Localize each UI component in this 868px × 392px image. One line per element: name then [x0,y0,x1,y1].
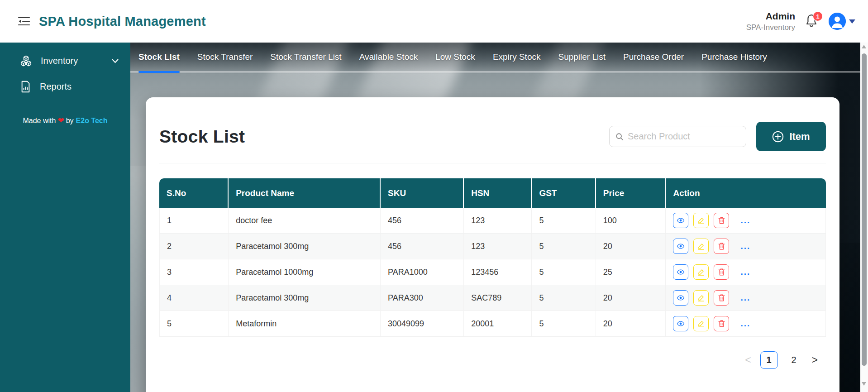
cell-actions: ... [666,208,826,234]
trash-icon [718,268,725,276]
trash-icon [718,242,725,250]
scrollbar-up-arrow-icon[interactable] [862,45,866,48]
column-header-price: Price [596,178,666,208]
cell-product-name: Paracetamol 1000mg [229,259,381,285]
cell-sno: 3 [159,259,229,285]
cell-actions: ... [666,259,826,285]
sidebar-item-label: Reports [40,81,72,92]
cell-price: 100 [596,208,666,234]
pencil-icon [697,320,705,328]
cell-gst: 5 [532,234,596,259]
pagination-prev-button[interactable]: < [743,355,753,365]
cell-price: 20 [596,311,666,337]
delete-button[interactable] [714,316,729,331]
menu-fold-icon[interactable] [18,16,30,26]
tab-stock-transfer-list[interactable]: Stock Transfer List [270,43,341,72]
delete-button[interactable] [714,213,729,228]
edit-button[interactable] [693,316,709,331]
sidebar-footer: Made with❤byE2o Tech [0,116,130,125]
cubes-icon [20,55,32,67]
add-item-button[interactable]: Item [756,122,826,151]
cell-sku: PARA300 [381,285,464,311]
eye-icon [677,320,685,328]
delete-button[interactable] [714,239,729,254]
edit-button[interactable] [693,213,709,228]
tab-stock-transfer[interactable]: Stock Transfer [197,43,253,72]
edit-button[interactable] [693,264,709,280]
cell-sku: PARA1000 [381,259,464,285]
eye-icon [677,268,685,276]
tab-low-stock[interactable]: Low Stock [435,43,475,72]
plus-circle-icon [772,131,784,143]
cell-actions: ... [666,285,826,311]
sidebar-item-reports[interactable]: Reports [0,74,130,100]
table-body: 1 doctor fee 456 123 5 100 [159,208,826,337]
view-button[interactable] [673,264,688,280]
tab-suppiler-list[interactable]: Suppiler List [558,43,606,72]
user-avatar-menu[interactable] [829,13,855,30]
column-header-gst: GST [532,178,596,208]
table-row: 2 Paracetamol 300mg 456 123 5 20 [159,234,826,259]
delete-button[interactable] [714,290,729,306]
notification-bell-button[interactable]: 1 [805,14,819,29]
footer-text: Made with [23,117,56,124]
sidebar-item-label: Inventory [41,56,78,66]
edit-button[interactable] [693,239,709,254]
pencil-icon [697,268,705,276]
more-actions-button[interactable]: ... [740,319,750,329]
cell-price: 25 [596,259,666,285]
trash-icon [718,320,725,328]
tab-available-stock[interactable]: Available Stock [359,43,418,72]
tab-bar: Stock ListStock TransferStock Transfer L… [130,43,860,72]
trash-icon [718,216,725,225]
view-button[interactable] [673,316,688,331]
tab-purchase-history[interactable]: Purchase History [701,43,767,72]
pagination-page-1[interactable]: 1 [760,351,778,369]
pagination-page-2[interactable]: 2 [785,351,803,369]
stock-list-card: Stock List Item [146,97,839,392]
scrollbar[interactable] [860,43,868,392]
sidebar: Inventory Reports Made with❤byE2o Tech [0,43,130,392]
cell-hsn: 20001 [464,311,532,337]
tab-stock-list[interactable]: Stock List [138,43,180,72]
caret-down-icon [849,19,855,24]
column-header-action: Action [666,178,826,208]
view-button[interactable] [673,239,688,254]
cell-sku: 456 [381,234,464,259]
more-actions-button[interactable]: ... [740,215,750,225]
edit-button[interactable] [693,290,709,306]
search-box [609,126,746,147]
table-row: 1 doctor fee 456 123 5 100 [159,208,826,234]
delete-button[interactable] [714,264,729,280]
cell-product-name: Paracetamol 300mg [229,234,381,259]
pagination: < 1 2 > [159,351,826,369]
search-input[interactable] [628,131,740,142]
cell-product-name: Paracetamol 300mg [229,285,381,311]
tab-expiry-stock[interactable]: Expiry Stock [493,43,541,72]
scrollbar-down-arrow-icon[interactable] [862,382,866,386]
table-row: 5 Metaformin 30049099 20001 5 20 [159,311,826,337]
table-row: 3 Paracetamol 1000mg PARA1000 123456 5 2… [159,259,826,285]
tab-purchase-order[interactable]: Purchase Order [623,43,684,72]
more-actions-button[interactable]: ... [740,293,750,303]
more-actions-button[interactable]: ... [740,241,750,251]
eye-icon [677,216,685,225]
pencil-icon [697,216,705,225]
pagination-next-button[interactable]: > [810,355,820,365]
pencil-icon [697,294,705,302]
view-button[interactable] [673,290,688,306]
scrollbar-thumb[interactable] [862,53,867,366]
pencil-icon [697,242,705,250]
add-item-label: Item [789,131,810,143]
search-icon [615,132,624,141]
view-button[interactable] [673,213,688,228]
sidebar-item-inventory[interactable]: Inventory [0,48,130,74]
cell-sno: 5 [159,311,229,337]
cell-gst: 5 [532,259,596,285]
cell-sno: 1 [159,208,229,234]
more-actions-button[interactable]: ... [740,267,750,277]
avatar-icon [829,13,846,30]
cell-hsn: 123456 [464,259,532,285]
notification-badge: 1 [813,12,822,21]
footer-brand-link[interactable]: E2o Tech [74,117,108,124]
